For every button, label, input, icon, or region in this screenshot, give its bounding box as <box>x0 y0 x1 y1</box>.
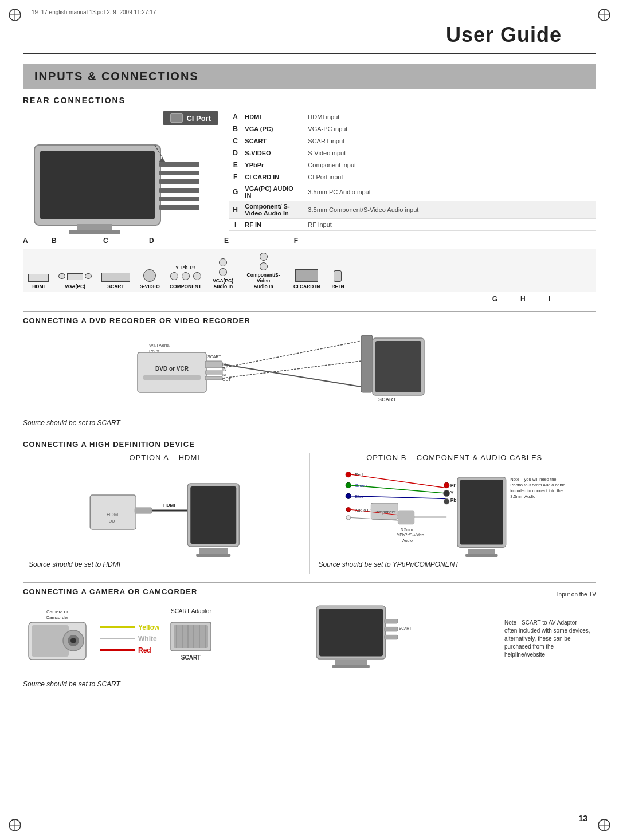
conn-desc-e: Component input <box>304 159 596 171</box>
conn-name-i: RF IN <box>241 219 304 231</box>
camera-svg: Camera or Camcorder <box>23 606 92 669</box>
svg-rect-15 <box>69 230 120 234</box>
conn-letter-c: C <box>229 135 241 147</box>
port-vgaaudio-label: VGA(PC)Audio In <box>213 278 233 289</box>
tv-rear-diagram: CI Port <box>23 111 218 225</box>
conn-letter-a: A <box>229 111 241 123</box>
connector-bar: HDMI VGA(PC) SCART S-VIDEO Y Pb Pr <box>23 249 596 292</box>
tv-rear-svg <box>23 128 218 242</box>
conn-name-f: CI CARD IN <box>241 171 304 183</box>
svg-rect-104 <box>335 660 367 665</box>
yellow-cable-label: Yellow <box>138 623 159 631</box>
conn-letter-f: F <box>229 171 241 183</box>
svg-point-62 <box>346 516 351 520</box>
svg-text:Camcorder: Camcorder <box>46 615 69 620</box>
svg-rect-94 <box>174 625 208 648</box>
port-hdmi-label: HDMI <box>32 284 45 289</box>
svg-text:DVD or VCR: DVD or VCR <box>155 366 189 372</box>
conn-name-a: HDMI <box>241 111 304 123</box>
svg-rect-19 <box>159 188 199 193</box>
conn-letter-h: H <box>229 201 241 219</box>
svg-rect-107 <box>385 627 398 631</box>
camera-bottom-note: Note - SCART to AV Adaptor – often inclu… <box>504 619 596 659</box>
port-component-label: COMPONENT <box>170 284 201 289</box>
conn-letter-g: G <box>229 183 241 201</box>
rear-connections-title: REAR CONNECTIONS <box>23 96 596 105</box>
port-rf: RF IN <box>331 270 344 289</box>
svg-rect-43 <box>375 341 421 392</box>
conn-desc-a: HDMI input <box>304 111 596 123</box>
svg-rect-103 <box>319 609 383 657</box>
port-scart: SCART <box>101 273 130 289</box>
svg-rect-13 <box>40 151 155 219</box>
svg-text:RF: RF <box>222 373 228 377</box>
ci-port-icon <box>170 113 183 123</box>
camera-device-diagram: Camera or Camcorder <box>23 606 92 671</box>
label-i: I <box>549 295 550 303</box>
conn-letter-i: I <box>229 219 241 231</box>
label-f: F <box>264 237 298 245</box>
svg-rect-31 <box>205 376 222 380</box>
connection-row-b: B VGA (PC) VGA-PC input <box>229 123 596 135</box>
port-hdmi: HDMI <box>28 274 49 289</box>
svg-text:SCART: SCART <box>181 654 201 661</box>
conn-name-c: SCART <box>241 135 304 147</box>
svg-rect-54 <box>196 554 230 557</box>
hd-options-divider <box>310 453 310 574</box>
svg-text:Pb: Pb <box>450 497 456 503</box>
svg-text:HDMI: HDMI <box>107 512 120 517</box>
svg-rect-83 <box>460 480 503 545</box>
conn-desc-d: S-Video input <box>304 147 596 159</box>
svg-rect-18 <box>159 179 199 184</box>
corner-mark-bl <box>7 817 23 833</box>
red-cable-label: Red <box>138 646 151 654</box>
port-svideo: S-VIDEO <box>140 269 160 289</box>
scart-adaptor-label: SCART Adaptor <box>168 608 214 614</box>
corner-mark-br <box>596 817 612 833</box>
corner-mark-tl <box>7 7 23 23</box>
option-a-title: OPTION A – HDMI <box>29 453 301 462</box>
svg-text:SCART: SCART <box>378 397 397 402</box>
dvd-svg: DVD or VCR Wall Aerial Point SCART RF IN… <box>23 329 596 415</box>
option-b-diagram: Red Green Blue Audio L/R Component <box>319 466 591 558</box>
conn-name-e: YPbPr <box>241 159 304 171</box>
hd-option-b: OPTION B – COMPONENT & AUDIO CABLES Red … <box>313 453 597 574</box>
port-svideo-label: S-VIDEO <box>140 284 160 289</box>
connection-row-a: A HDMI HDMI input <box>229 111 596 123</box>
svg-text:Camera or: Camera or <box>46 609 68 614</box>
conn-desc-b: VGA-PC input <box>304 123 596 135</box>
svg-point-58 <box>346 472 351 477</box>
svg-text:Wall Aerial: Wall Aerial <box>149 343 171 348</box>
option-b-source-note: Source should be set to YPbPr/COMPONENT <box>319 560 591 568</box>
svg-line-67 <box>351 485 446 493</box>
port-ci-label: CI CARD IN <box>293 284 320 289</box>
svg-point-60 <box>346 493 351 498</box>
label-g: G <box>492 295 497 303</box>
bottom-border <box>23 694 596 694</box>
svg-rect-29 <box>205 361 222 368</box>
scart-adaptor-svg: SCART <box>168 617 214 668</box>
svg-rect-30 <box>205 371 222 374</box>
page-number: 13 <box>578 814 587 823</box>
svg-text:Point: Point <box>149 348 160 354</box>
svg-point-59 <box>346 482 351 488</box>
port-component: Y Pb Pr COMPONENT <box>170 265 201 289</box>
camera-tv-svg: SCART <box>222 600 496 675</box>
conn-letter-d: D <box>229 147 241 159</box>
conn-name-g: VGA(PC) AUDIO IN <box>241 183 304 201</box>
connection-row-d: D S-VIDEO S-Video input <box>229 147 596 159</box>
svg-text:YPbPr/S-Video: YPbPr/S-Video <box>397 533 424 537</box>
svg-point-80 <box>443 490 449 496</box>
conn-desc-g: 3.5mm PC Audio input <box>304 183 596 201</box>
svg-rect-108 <box>385 635 398 639</box>
camera-cables: Yellow White Red <box>100 623 159 654</box>
svg-text:SCART: SCART <box>399 626 412 630</box>
label-h: H <box>520 295 526 303</box>
port-scart-label: SCART <box>107 284 124 289</box>
svg-rect-85 <box>465 554 497 557</box>
corner-mark-tr <box>596 7 612 23</box>
conn-desc-h: 3.5mm Component/S-Video Audio input <box>304 201 596 219</box>
hdmi-svg: HDMI OUT HDMI <box>29 466 301 558</box>
input-on-tv-label: Input on the TV <box>557 591 596 598</box>
conn-letter-e: E <box>229 159 241 171</box>
